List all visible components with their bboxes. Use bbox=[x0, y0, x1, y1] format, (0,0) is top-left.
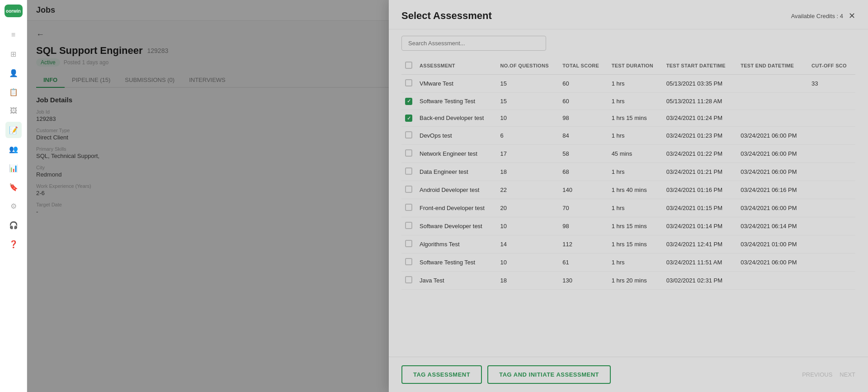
row-score-8: 98 bbox=[559, 217, 608, 235]
row-duration-2: 1 hrs 15 mins bbox=[608, 110, 663, 127]
row-checkbox-cell-1 bbox=[401, 93, 416, 110]
sidebar: oorwin ≡ ⊞ 👤 📋 🖼 📝 👥 📊 🔖 ⚙ 🎧 ❓ bbox=[0, 0, 27, 392]
row-checkbox-1[interactable] bbox=[405, 98, 412, 105]
row-checkbox-9[interactable] bbox=[405, 240, 412, 247]
row-start-6: 03/24/2021 01:16 PM bbox=[663, 181, 737, 199]
row-name-6: Android Developer test bbox=[416, 181, 497, 199]
row-checkbox-11[interactable] bbox=[405, 276, 412, 283]
row-checkbox-cell-3 bbox=[401, 127, 416, 145]
row-end-3: 03/24/2021 06:00 PM bbox=[737, 127, 808, 145]
sidebar-icon-jobs[interactable]: 📝 bbox=[5, 122, 22, 138]
col-questions: NO.OF QUESTIONS bbox=[497, 57, 559, 75]
row-questions-9: 14 bbox=[497, 235, 559, 253]
main-background: Jobs ← SQL Support Engineer 129283 Activ… bbox=[27, 0, 868, 392]
row-name-0: VMware Test bbox=[416, 75, 497, 93]
row-start-1: 05/13/2021 11:28 AM bbox=[663, 93, 737, 110]
row-duration-5: 1 hrs bbox=[608, 163, 663, 181]
row-end-4: 03/24/2021 06:00 PM bbox=[737, 145, 808, 163]
close-button[interactable]: ✕ bbox=[849, 11, 855, 21]
row-end-8: 03/24/2021 06:14 PM bbox=[737, 217, 808, 235]
row-end-11 bbox=[737, 272, 808, 290]
row-name-8: Software Developer test bbox=[416, 217, 497, 235]
row-end-5: 03/24/2021 06:00 PM bbox=[737, 163, 808, 181]
sidebar-icon-settings[interactable]: ⚙ bbox=[5, 198, 22, 214]
row-questions-8: 10 bbox=[497, 217, 559, 235]
search-input[interactable] bbox=[401, 36, 546, 51]
select-all-checkbox[interactable] bbox=[405, 62, 412, 69]
row-score-1: 60 bbox=[559, 93, 608, 110]
table-row: Java Test 18 130 1 hrs 20 mins 03/02/202… bbox=[401, 272, 855, 290]
row-start-4: 03/24/2021 01:22 PM bbox=[663, 145, 737, 163]
row-checkbox-6[interactable] bbox=[405, 186, 412, 193]
row-end-10: 03/24/2021 06:00 PM bbox=[737, 253, 808, 272]
sidebar-icon-help[interactable]: ❓ bbox=[5, 236, 22, 252]
sidebar-icon-menu[interactable]: ≡ bbox=[5, 27, 22, 43]
modal-header-right: Available Credits : 4 ✕ bbox=[791, 11, 855, 21]
tag-assessment-button[interactable]: TAG ASSESSMENT bbox=[401, 365, 482, 384]
row-checkbox-10[interactable] bbox=[405, 258, 412, 265]
row-name-7: Front-end Developer test bbox=[416, 199, 497, 217]
row-start-5: 03/24/2021 01:21 PM bbox=[663, 163, 737, 181]
sidebar-icon-people[interactable]: 👥 bbox=[5, 141, 22, 157]
select-assessment-modal: Select Assessment Available Credits : 4 … bbox=[389, 0, 868, 392]
row-name-4: Network Engineer test bbox=[416, 145, 497, 163]
row-score-10: 61 bbox=[559, 253, 608, 272]
logo: oorwin bbox=[5, 5, 23, 17]
previous-button[interactable]: PREVIOUS bbox=[802, 371, 832, 378]
row-duration-8: 1 hrs 15 mins bbox=[608, 217, 663, 235]
row-start-9: 03/24/2021 12:41 PM bbox=[663, 235, 737, 253]
row-checkbox-7[interactable] bbox=[405, 204, 412, 211]
row-duration-10: 1 hrs bbox=[608, 253, 663, 272]
col-start: TEST START DATETIME bbox=[663, 57, 737, 75]
row-cutoff-11 bbox=[808, 272, 855, 290]
row-questions-7: 20 bbox=[497, 199, 559, 217]
row-questions-6: 22 bbox=[497, 181, 559, 199]
sidebar-icon-support[interactable]: 🎧 bbox=[5, 217, 22, 233]
sidebar-icon-docs[interactable]: 📋 bbox=[5, 84, 22, 100]
row-name-11: Java Test bbox=[416, 272, 497, 290]
assessment-table: ASSESSMENT NO.OF QUESTIONS TOTAL SCORE T… bbox=[401, 57, 855, 290]
row-checkbox-3[interactable] bbox=[405, 131, 412, 139]
sidebar-icon-tags[interactable]: 🔖 bbox=[5, 179, 22, 195]
row-duration-11: 1 hrs 20 mins bbox=[608, 272, 663, 290]
row-cutoff-1 bbox=[808, 93, 855, 110]
sidebar-icon-candidates[interactable]: 👤 bbox=[5, 65, 22, 81]
row-checkbox-2[interactable] bbox=[405, 115, 412, 122]
table-row: Network Engineer test 17 58 45 mins 03/2… bbox=[401, 145, 855, 163]
row-cutoff-9 bbox=[808, 235, 855, 253]
row-duration-0: 1 hrs bbox=[608, 75, 663, 93]
sidebar-icon-reports[interactable]: 📊 bbox=[5, 160, 22, 176]
row-score-2: 98 bbox=[559, 110, 608, 127]
row-checkbox-4[interactable] bbox=[405, 149, 412, 157]
sidebar-icon-dashboard[interactable]: ⊞ bbox=[5, 46, 22, 62]
row-questions-1: 15 bbox=[497, 93, 559, 110]
row-cutoff-7 bbox=[808, 199, 855, 217]
next-button[interactable]: NEXT bbox=[840, 371, 855, 378]
row-questions-11: 18 bbox=[497, 272, 559, 290]
row-checkbox-cell-11 bbox=[401, 272, 416, 290]
row-start-10: 03/24/2021 11:51 AM bbox=[663, 253, 737, 272]
table-header-row: ASSESSMENT NO.OF QUESTIONS TOTAL SCORE T… bbox=[401, 57, 855, 75]
row-checkbox-cell-5 bbox=[401, 163, 416, 181]
row-checkbox-cell-8 bbox=[401, 217, 416, 235]
row-duration-3: 1 hrs bbox=[608, 127, 663, 145]
col-end: TEST END DATETIME bbox=[737, 57, 808, 75]
col-duration: TEST DURATION bbox=[608, 57, 663, 75]
row-cutoff-3 bbox=[808, 127, 855, 145]
select-all-cell bbox=[401, 57, 416, 75]
row-questions-5: 18 bbox=[497, 163, 559, 181]
row-cutoff-10 bbox=[808, 253, 855, 272]
tag-initiate-button[interactable]: TAG AND INITIATE ASSESSMENT bbox=[487, 365, 611, 384]
row-questions-3: 6 bbox=[497, 127, 559, 145]
assessment-table-container: ASSESSMENT NO.OF QUESTIONS TOTAL SCORE T… bbox=[389, 57, 868, 357]
row-cutoff-0: 33 bbox=[808, 75, 855, 93]
row-questions-10: 10 bbox=[497, 253, 559, 272]
row-checkbox-8[interactable] bbox=[405, 222, 412, 229]
row-checkbox-cell-9 bbox=[401, 235, 416, 253]
row-questions-0: 15 bbox=[497, 75, 559, 93]
table-row: Software Testing Test 10 61 1 hrs 03/24/… bbox=[401, 253, 855, 272]
sidebar-icon-media[interactable]: 🖼 bbox=[5, 103, 22, 119]
row-checkbox-5[interactable] bbox=[405, 167, 412, 175]
row-end-9: 03/24/2021 01:00 PM bbox=[737, 235, 808, 253]
row-checkbox-0[interactable] bbox=[405, 79, 412, 86]
